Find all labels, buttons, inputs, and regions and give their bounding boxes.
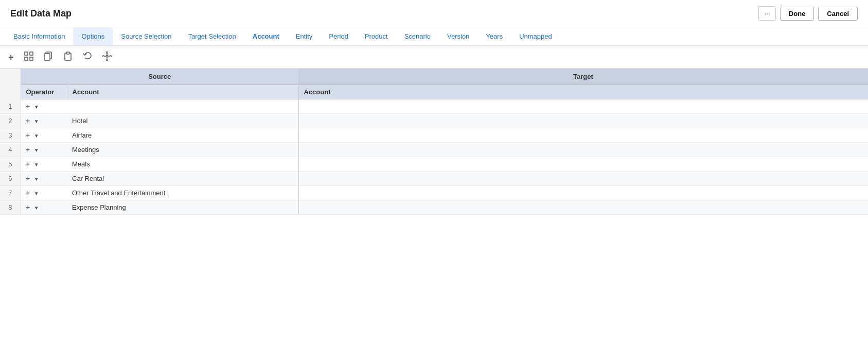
row-number: 3 (0, 128, 21, 143)
tab-period[interactable]: Period (321, 27, 357, 46)
source-account-cell[interactable]: Expense Planning (67, 200, 298, 215)
target-account-cell[interactable] (298, 157, 868, 172)
target-account-cell[interactable] (298, 128, 868, 143)
tab-basic-information[interactable]: Basic Information (5, 27, 73, 46)
paste-icon (63, 52, 73, 63)
operator-plus[interactable]: + (26, 131, 30, 139)
tab-source-selection[interactable]: Source Selection (113, 27, 180, 46)
source-account-cell[interactable]: Hotel (67, 114, 298, 128)
group-header-row: Source Target (0, 69, 868, 85)
tab-target-selection[interactable]: Target Selection (180, 27, 244, 46)
row-number: 1 (0, 99, 21, 114)
operator-dropdown[interactable]: ▼ (34, 133, 39, 139)
operator-cell: + ▼ (21, 186, 67, 200)
tabs-bar: Basic Information Options Source Selecti… (0, 27, 868, 46)
svg-rect-0 (25, 52, 28, 55)
svg-point-12 (106, 59, 108, 61)
target-account-cell[interactable] (298, 114, 868, 128)
network-icon (102, 52, 112, 63)
undo-button[interactable] (81, 50, 94, 64)
done-button[interactable]: Done (780, 7, 814, 21)
header-actions: ··· Done Cancel (758, 6, 858, 21)
svg-point-8 (106, 55, 108, 57)
table-row: 5+ ▼Meals (0, 157, 868, 172)
table-row: 3+ ▼Airfare (0, 128, 868, 143)
empty-header (0, 69, 21, 99)
row-number: 4 (0, 143, 21, 157)
source-account-cell[interactable]: Meals (67, 157, 298, 172)
operator-cell: + ▼ (21, 200, 67, 215)
row-number: 6 (0, 172, 21, 186)
operator-header: Operator (21, 85, 67, 99)
operator-dropdown[interactable]: ▼ (34, 176, 39, 182)
page-header: Edit Data Map ··· Done Cancel (0, 0, 868, 27)
operator-plus[interactable]: + (26, 203, 30, 211)
grid-icon (24, 52, 33, 63)
data-map-table: Source Target Operator Account Account 1… (0, 69, 868, 215)
grid-select-button[interactable] (22, 50, 36, 64)
operator-dropdown[interactable]: ▼ (34, 162, 39, 167)
svg-rect-7 (66, 52, 69, 54)
undo-icon (83, 52, 92, 63)
operator-plus[interactable]: + (26, 117, 30, 125)
svg-rect-2 (25, 57, 28, 60)
target-account-cell[interactable] (298, 99, 868, 114)
target-account-cell[interactable] (298, 200, 868, 215)
table-row: 8+ ▼Expense Planning (0, 200, 868, 215)
source-account-cell[interactable]: Meetings (67, 143, 298, 157)
row-number: 2 (0, 114, 21, 128)
table-row: 6+ ▼Car Rental (0, 172, 868, 186)
operator-cell: + ▼ (21, 157, 67, 172)
svg-point-9 (102, 56, 104, 57)
tab-years[interactable]: Years (477, 27, 511, 46)
row-number: 5 (0, 157, 21, 172)
target-account-cell[interactable] (298, 172, 868, 186)
tab-options[interactable]: Options (73, 27, 113, 46)
tab-version[interactable]: Version (439, 27, 477, 46)
target-group-header: Target (298, 69, 868, 85)
table-row: 7+ ▼Other Travel and Entertainment (0, 186, 868, 200)
paste-button[interactable] (61, 50, 75, 64)
operator-cell: + ▼ (21, 128, 67, 143)
add-row-button[interactable]: + (6, 51, 16, 64)
add-icon: + (8, 52, 14, 63)
operator-dropdown[interactable]: ▼ (34, 104, 39, 110)
source-account-cell[interactable]: Airfare (67, 128, 298, 143)
target-account-cell[interactable] (298, 143, 868, 157)
tab-unmapped[interactable]: Unmapped (511, 27, 560, 46)
row-number: 8 (0, 200, 21, 215)
table-row: 1+ ▼ (0, 99, 868, 114)
svg-rect-1 (30, 52, 33, 55)
tab-scenario[interactable]: Scenario (396, 27, 439, 46)
operator-plus[interactable]: + (26, 189, 30, 197)
tab-account[interactable]: Account (244, 27, 288, 46)
toolbar: + (0, 46, 868, 69)
operator-dropdown[interactable]: ▼ (34, 118, 39, 124)
operator-dropdown[interactable]: ▼ (34, 205, 39, 211)
copy-icon (44, 52, 53, 63)
operator-plus[interactable]: + (26, 175, 30, 182)
source-account-cell[interactable] (67, 99, 298, 114)
operator-dropdown[interactable]: ▼ (34, 191, 39, 196)
page-title: Edit Data Map (10, 8, 72, 19)
operator-plus[interactable]: + (26, 146, 30, 154)
operator-cell: + ▼ (21, 172, 67, 186)
operator-plus[interactable]: + (26, 160, 30, 168)
sub-header-row: Operator Account Account (0, 85, 868, 99)
operator-plus[interactable]: + (26, 103, 30, 110)
svg-rect-3 (30, 57, 33, 60)
copy-button[interactable] (42, 50, 55, 64)
target-account-cell[interactable] (298, 186, 868, 200)
svg-point-11 (106, 52, 108, 54)
table-row: 2+ ▼Hotel (0, 114, 868, 128)
network-button[interactable] (100, 50, 114, 64)
svg-rect-5 (44, 54, 50, 60)
tab-entity[interactable]: Entity (288, 27, 321, 46)
more-options-button[interactable]: ··· (758, 6, 776, 21)
operator-dropdown[interactable]: ▼ (34, 147, 39, 153)
source-account-cell[interactable]: Car Rental (67, 172, 298, 186)
source-account-cell[interactable]: Other Travel and Entertainment (67, 186, 298, 200)
row-number: 7 (0, 186, 21, 200)
cancel-button[interactable]: Cancel (818, 7, 858, 21)
tab-product[interactable]: Product (357, 27, 396, 46)
